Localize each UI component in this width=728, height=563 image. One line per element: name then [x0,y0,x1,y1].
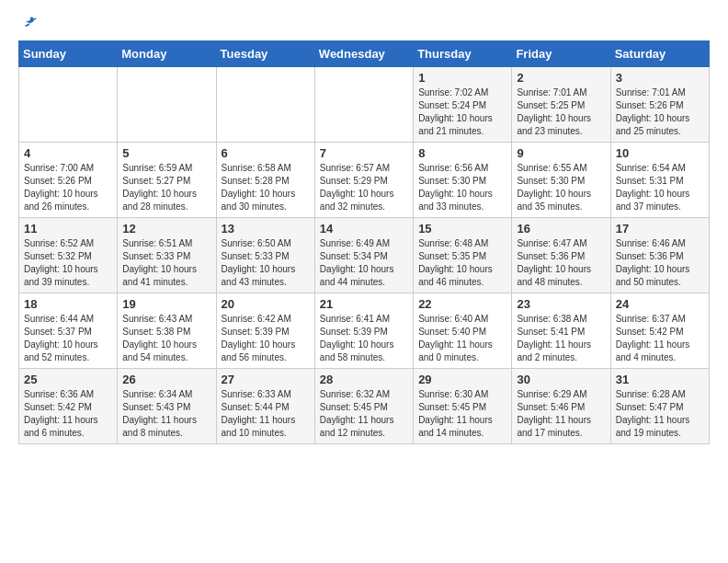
calendar-cell [314,67,413,143]
logo [18,15,37,31]
calendar-week-row: 1Sunrise: 7:02 AM Sunset: 5:24 PM Daylig… [19,67,710,143]
calendar-cell: 7Sunrise: 6:57 AM Sunset: 5:29 PM Daylig… [314,143,413,218]
calendar-week-row: 4Sunrise: 7:00 AM Sunset: 5:26 PM Daylig… [19,143,710,218]
day-detail: Sunrise: 6:41 AM Sunset: 5:39 PM Dayligh… [320,313,408,364]
day-number: 8 [418,146,506,160]
calendar-cell: 10Sunrise: 6:54 AM Sunset: 5:31 PM Dayli… [610,143,709,218]
day-detail: Sunrise: 6:54 AM Sunset: 5:31 PM Dayligh… [616,162,704,213]
calendar-cell [19,67,118,143]
calendar-cell: 13Sunrise: 6:50 AM Sunset: 5:33 PM Dayli… [216,218,314,293]
calendar-cell: 20Sunrise: 6:42 AM Sunset: 5:39 PM Dayli… [216,293,314,369]
day-detail: Sunrise: 6:33 AM Sunset: 5:44 PM Dayligh… [222,388,310,440]
day-number: 10 [616,146,704,160]
day-detail: Sunrise: 6:56 AM Sunset: 5:30 PM Dayligh… [418,162,506,213]
calendar-cell: 28Sunrise: 6:32 AM Sunset: 5:45 PM Dayli… [314,369,413,444]
weekday-header-row: SundayMondayTuesdayWednesdayThursdayFrid… [19,41,710,67]
calendar-cell: 2Sunrise: 7:01 AM Sunset: 5:25 PM Daylig… [512,67,610,143]
calendar-cell: 14Sunrise: 6:49 AM Sunset: 5:34 PM Dayli… [314,218,413,293]
day-number: 25 [24,373,112,386]
day-detail: Sunrise: 6:37 AM Sunset: 5:42 PM Dayligh… [616,313,704,364]
calendar-table: SundayMondayTuesdayWednesdayThursdayFrid… [18,40,710,444]
day-detail: Sunrise: 6:50 AM Sunset: 5:33 PM Dayligh… [222,237,310,289]
calendar-cell: 18Sunrise: 6:44 AM Sunset: 5:37 PM Dayli… [19,293,118,369]
day-detail: Sunrise: 6:59 AM Sunset: 5:27 PM Dayligh… [122,162,210,213]
day-number: 5 [122,146,210,160]
weekday-header-tuesday: Tuesday [216,41,314,67]
calendar-cell: 11Sunrise: 6:52 AM Sunset: 5:32 PM Dayli… [19,218,118,293]
day-number: 20 [222,297,310,311]
calendar-cell: 22Sunrise: 6:40 AM Sunset: 5:40 PM Dayli… [414,293,512,369]
logo-bird-icon [20,15,37,31]
day-number: 1 [418,71,506,85]
day-number: 3 [616,71,704,85]
calendar-cell: 3Sunrise: 7:01 AM Sunset: 5:26 PM Daylig… [610,67,709,143]
day-detail: Sunrise: 6:29 AM Sunset: 5:46 PM Dayligh… [517,388,605,440]
day-number: 22 [418,297,506,311]
day-detail: Sunrise: 6:30 AM Sunset: 5:45 PM Dayligh… [418,388,506,440]
day-number: 24 [616,297,704,311]
calendar-cell: 12Sunrise: 6:51 AM Sunset: 5:33 PM Dayli… [118,218,216,293]
day-number: 14 [320,222,408,236]
weekday-header-friday: Friday [512,41,610,67]
day-number: 18 [24,297,112,311]
calendar-cell: 17Sunrise: 6:46 AM Sunset: 5:36 PM Dayli… [610,218,709,293]
calendar-cell: 25Sunrise: 6:36 AM Sunset: 5:42 PM Dayli… [19,369,118,444]
header [18,15,710,31]
calendar-cell: 9Sunrise: 6:55 AM Sunset: 5:30 PM Daylig… [512,143,610,218]
day-detail: Sunrise: 6:55 AM Sunset: 5:30 PM Dayligh… [517,162,605,213]
day-detail: Sunrise: 6:42 AM Sunset: 5:39 PM Dayligh… [222,313,310,364]
calendar-cell: 30Sunrise: 6:29 AM Sunset: 5:46 PM Dayli… [512,369,610,444]
calendar-cell: 1Sunrise: 7:02 AM Sunset: 5:24 PM Daylig… [414,67,512,143]
day-number: 28 [320,373,408,386]
weekday-header-monday: Monday [118,41,216,67]
calendar-cell: 26Sunrise: 6:34 AM Sunset: 5:43 PM Dayli… [118,369,216,444]
day-detail: Sunrise: 6:52 AM Sunset: 5:32 PM Dayligh… [24,237,112,289]
calendar-cell: 15Sunrise: 6:48 AM Sunset: 5:35 PM Dayli… [414,218,512,293]
calendar-cell: 19Sunrise: 6:43 AM Sunset: 5:38 PM Dayli… [118,293,216,369]
day-detail: Sunrise: 6:34 AM Sunset: 5:43 PM Dayligh… [122,388,210,440]
day-detail: Sunrise: 6:36 AM Sunset: 5:42 PM Dayligh… [24,388,112,440]
day-detail: Sunrise: 6:57 AM Sunset: 5:29 PM Dayligh… [320,162,408,213]
day-detail: Sunrise: 6:51 AM Sunset: 5:33 PM Dayligh… [122,237,210,289]
day-detail: Sunrise: 6:47 AM Sunset: 5:36 PM Dayligh… [517,237,605,289]
calendar-week-row: 11Sunrise: 6:52 AM Sunset: 5:32 PM Dayli… [19,218,710,293]
day-number: 21 [320,297,408,311]
calendar-cell: 6Sunrise: 6:58 AM Sunset: 5:28 PM Daylig… [216,143,314,218]
calendar-cell: 31Sunrise: 6:28 AM Sunset: 5:47 PM Dayli… [610,369,709,444]
day-detail: Sunrise: 6:44 AM Sunset: 5:37 PM Dayligh… [24,313,112,364]
day-number: 6 [222,146,310,160]
day-number: 7 [320,146,408,160]
calendar-cell: 27Sunrise: 6:33 AM Sunset: 5:44 PM Dayli… [216,369,314,444]
day-number: 9 [517,146,605,160]
calendar-cell: 5Sunrise: 6:59 AM Sunset: 5:27 PM Daylig… [118,143,216,218]
calendar-week-row: 18Sunrise: 6:44 AM Sunset: 5:37 PM Dayli… [19,293,710,369]
day-number: 17 [616,222,704,236]
calendar-cell: 29Sunrise: 6:30 AM Sunset: 5:45 PM Dayli… [414,369,512,444]
day-number: 26 [122,373,210,386]
weekday-header-sunday: Sunday [19,41,118,67]
calendar-cell: 24Sunrise: 6:37 AM Sunset: 5:42 PM Dayli… [610,293,709,369]
day-detail: Sunrise: 7:00 AM Sunset: 5:26 PM Dayligh… [24,162,112,213]
calendar-cell: 21Sunrise: 6:41 AM Sunset: 5:39 PM Dayli… [314,293,413,369]
weekday-header-wednesday: Wednesday [314,41,413,67]
day-number: 12 [122,222,210,236]
weekday-header-saturday: Saturday [610,41,709,67]
weekday-header-thursday: Thursday [414,41,512,67]
calendar-cell: 8Sunrise: 6:56 AM Sunset: 5:30 PM Daylig… [414,143,512,218]
day-detail: Sunrise: 7:01 AM Sunset: 5:25 PM Dayligh… [517,86,605,138]
calendar-cell [118,67,216,143]
day-detail: Sunrise: 6:48 AM Sunset: 5:35 PM Dayligh… [418,237,506,289]
day-detail: Sunrise: 6:32 AM Sunset: 5:45 PM Dayligh… [320,388,408,440]
day-number: 23 [517,297,605,311]
day-detail: Sunrise: 6:38 AM Sunset: 5:41 PM Dayligh… [517,313,605,364]
day-detail: Sunrise: 7:02 AM Sunset: 5:24 PM Dayligh… [418,86,506,138]
calendar-cell: 23Sunrise: 6:38 AM Sunset: 5:41 PM Dayli… [512,293,610,369]
day-number: 2 [517,71,605,85]
day-number: 15 [418,222,506,236]
day-number: 4 [24,146,112,160]
day-detail: Sunrise: 7:01 AM Sunset: 5:26 PM Dayligh… [616,86,704,138]
day-number: 13 [222,222,310,236]
day-detail: Sunrise: 6:46 AM Sunset: 5:36 PM Dayligh… [616,237,704,289]
calendar-cell: 16Sunrise: 6:47 AM Sunset: 5:36 PM Dayli… [512,218,610,293]
day-number: 27 [222,373,310,386]
